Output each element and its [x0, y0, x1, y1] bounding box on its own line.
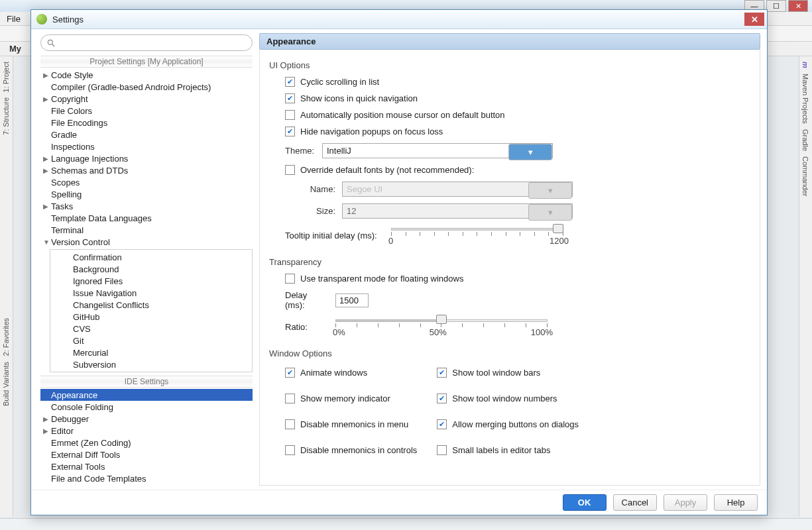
left-tool-strip: 1: Project 7: Structure 2: Favorites Bui…	[0, 56, 13, 517]
android-studio-icon	[36, 14, 47, 25]
ratio-label: Ratio:	[285, 322, 329, 332]
lbl-mn-menu: Disable mnemonics in menu	[300, 419, 408, 429]
ratio-50: 50%	[430, 327, 447, 337]
tree-file-encodings[interactable]: File Encodings	[40, 117, 253, 129]
lbl-tool-nums: Show tool window numbers	[452, 394, 557, 403]
chk-override-fonts[interactable]	[285, 165, 295, 175]
tool-commander[interactable]: Commander	[801, 156, 809, 197]
tree-vcs-ignored[interactable]: Ignored Files	[50, 275, 252, 287]
tree-copyright[interactable]: ▶Copyright	[40, 93, 253, 105]
theme-label: Theme:	[285, 146, 316, 156]
menu-file[interactable]: File	[7, 14, 21, 24]
tooltip-delay-label: Tooltip initial delay (ms):	[285, 231, 384, 240]
dialog-close-button[interactable]: ✕	[744, 13, 764, 26]
tool-maven[interactable]: Maven Projects	[801, 74, 809, 124]
lbl-hide-nav: Hide navigation popups on focus loss	[300, 127, 443, 136]
tree-emmet[interactable]: Emmet (Zen Coding)	[40, 437, 253, 449]
font-name-combo: Segoe UI ▾	[342, 182, 573, 197]
chk-show-icons[interactable]	[285, 93, 295, 103]
chevron-down-icon: ▾	[528, 182, 572, 199]
lbl-animate: Animate windows	[300, 368, 367, 378]
panel-header: Appearance	[259, 33, 760, 50]
tool-structure[interactable]: 7: Structure	[2, 97, 10, 135]
tree-vcs-changelist[interactable]: Changelist Conflicts	[50, 299, 252, 311]
chk-cyclic-scrolling[interactable]	[285, 77, 295, 87]
tree-lang-injections[interactable]: ▶Language Injections	[40, 152, 253, 164]
tree-ext-tools[interactable]: External Tools	[40, 460, 253, 472]
bg-max-button[interactable]: ☐	[766, 0, 786, 12]
tree-appearance[interactable]: Appearance	[40, 389, 253, 401]
tree-vcs-confirmation[interactable]: Confirmation	[50, 251, 252, 263]
chk-memory[interactable]	[285, 394, 295, 403]
maven-m-icon: m	[801, 62, 809, 68]
tree-inspections[interactable]: Inspections	[40, 140, 253, 152]
tree-vcs-issue-nav[interactable]: Issue Navigation	[50, 287, 252, 299]
tree-gradle[interactable]: Gradle	[40, 129, 253, 140]
tree-debugger[interactable]: ▶Debugger	[40, 413, 253, 425]
settings-search-input[interactable]	[40, 34, 253, 51]
ide-statusbar	[0, 518, 812, 530]
ratio-slider[interactable]: 0%50%100%	[335, 317, 548, 337]
tree-vcs-background[interactable]: Background	[50, 263, 252, 275]
tooltip-delay-slider[interactable]: 01200	[391, 225, 563, 245]
tool-gradle[interactable]: Gradle	[801, 129, 809, 151]
tool-favorites[interactable]: 2: Favorites	[2, 318, 10, 356]
tree-template-dl[interactable]: Template Data Languages	[40, 212, 253, 224]
project-crumb: My	[9, 44, 21, 54]
help-button[interactable]: Help	[714, 494, 758, 511]
tree-ext-diff[interactable]: External Diff Tools	[40, 449, 253, 460]
chk-auto-mouse[interactable]	[285, 110, 295, 120]
tool-build-variants[interactable]: Build Variants	[2, 362, 10, 406]
tree-vcs-subversion[interactable]: Subversion	[50, 358, 252, 370]
right-tool-strip: m Maven Projects Gradle Commander	[799, 56, 812, 517]
lbl-merge: Allow merging buttons on dialogs	[452, 419, 579, 429]
tool-project[interactable]: 1: Project	[2, 62, 10, 92]
tree-console-folding[interactable]: Console Folding	[40, 401, 253, 413]
chk-small-labels[interactable]	[437, 445, 447, 455]
tree-code-style[interactable]: ▶Code Style	[40, 69, 253, 81]
apply-button[interactable]: Apply	[664, 494, 707, 511]
chk-tool-bars[interactable]	[437, 368, 447, 378]
chk-hide-nav[interactable]	[285, 127, 295, 136]
tree-editor[interactable]: ▶Editor	[40, 425, 253, 437]
tree-compiler[interactable]: Compiler (Gradle-based Android Projects)	[40, 81, 253, 93]
cancel-button[interactable]: Cancel	[613, 494, 657, 511]
tree-file-colors[interactable]: File Colors	[40, 105, 253, 117]
chk-mn-ctrl[interactable]	[285, 445, 295, 455]
theme-combo[interactable]: IntelliJ ▾	[322, 143, 553, 158]
dialog-titlebar[interactable]: Settings ✕	[31, 10, 767, 29]
tree-file-templates[interactable]: File and Code Templates	[40, 472, 253, 484]
tree-tasks[interactable]: ▶Tasks	[40, 200, 253, 212]
slider-min: 0	[388, 236, 393, 246]
transp-delay-label: Delay (ms):	[285, 290, 329, 310]
ok-button[interactable]: OK	[563, 494, 607, 511]
tree-schemas[interactable]: ▶Schemas and DTDs	[40, 164, 253, 176]
tree-vcs-git[interactable]: Git	[50, 335, 252, 346]
chk-merge[interactable]	[437, 419, 447, 429]
font-name-value: Segoe UI	[343, 182, 528, 196]
lbl-show-icons: Show icons in quick navigation	[300, 93, 418, 103]
transp-delay-field[interactable]: 1500	[335, 293, 369, 307]
chk-animate[interactable]	[285, 368, 295, 378]
tree-version-control[interactable]: ▼Version Control	[40, 236, 253, 248]
tree-spelling[interactable]: Spelling	[40, 188, 253, 200]
appearance-panel: UI Options Cyclic scrolling in list Show…	[259, 50, 760, 486]
tree-scopes[interactable]: Scopes	[40, 176, 253, 188]
svg-point-2	[48, 40, 52, 44]
chk-transparent-mode[interactable]	[285, 274, 295, 284]
tree-vcs-mercurial[interactable]: Mercurial	[50, 346, 252, 358]
slider-thumb[interactable]	[436, 315, 447, 324]
tree-terminal[interactable]: Terminal	[40, 224, 253, 236]
chk-mn-menu[interactable]	[285, 419, 295, 429]
chk-tool-nums[interactable]	[437, 394, 447, 403]
bg-close-button[interactable]: ✕	[788, 0, 808, 12]
lbl-tool-bars: Show tool window bars	[452, 368, 540, 378]
chevron-down-icon: ▾	[508, 144, 552, 160]
lbl-auto-mouse: Automatically position mouse cursor on d…	[300, 110, 505, 120]
tree-vcs-github[interactable]: GitHub	[50, 311, 252, 323]
transparency-title: Transparency	[269, 257, 750, 267]
lbl-mn-ctrl: Disable mnemonics in controls	[300, 445, 417, 455]
vcs-children: Confirmation Background Ignored Files Is…	[50, 249, 253, 372]
tree-vcs-cvs[interactable]: CVS	[50, 323, 252, 335]
project-settings-tree: ▶Code Style Compiler (Gradle-based Andro…	[40, 69, 253, 374]
